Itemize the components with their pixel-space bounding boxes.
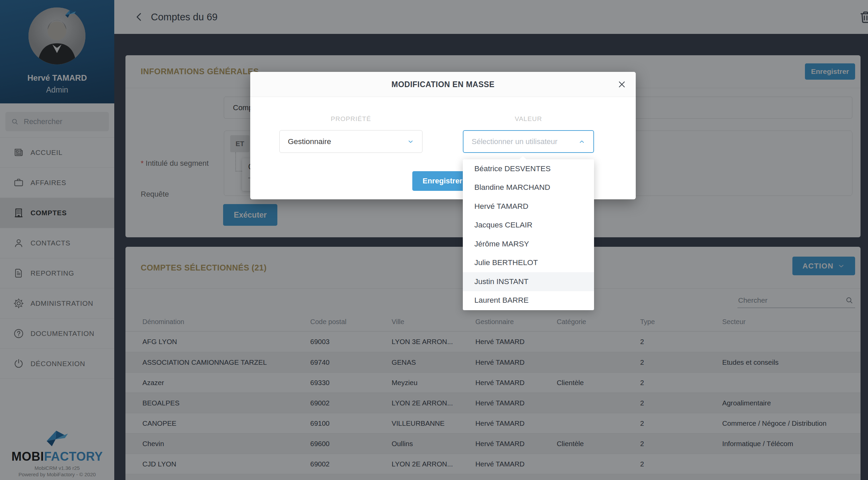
user-option[interactable]: Hervé TAMARD — [463, 197, 594, 216]
modal-header: MODIFICATION EN MASSE — [250, 72, 636, 97]
property-label: PROPRIÉTÉ — [279, 115, 422, 123]
user-option[interactable]: Julie BERTHELOT — [463, 254, 594, 273]
property-select[interactable]: Gestionnaire — [279, 130, 422, 153]
user-option[interactable]: Jérôme MARSY — [463, 235, 594, 254]
close-icon[interactable] — [617, 79, 627, 89]
user-option[interactable]: Laurent BARRE — [463, 291, 594, 310]
user-option[interactable]: Blandine MARCHAND — [463, 178, 594, 197]
dropdown-caret — [519, 156, 527, 160]
mobicrm-app: Hervé TAMARD Admin ACCUEIL AFFAIRES — [0, 0, 868, 480]
value-select[interactable]: Sélectionner un utilisateur — [463, 130, 594, 153]
chevron-down-icon — [407, 138, 414, 145]
value-label: VALEUR — [463, 115, 594, 123]
user-option[interactable]: Jacques CELAIR — [463, 216, 594, 235]
user-option[interactable]: Béatrice DESVENTES — [463, 159, 594, 178]
user-dropdown-list: Béatrice DESVENTESBlandine MARCHANDHervé… — [463, 159, 594, 310]
chevron-up-icon — [578, 138, 585, 145]
modal-title: MODIFICATION EN MASSE — [250, 72, 636, 97]
user-option[interactable]: Justin INSTANT — [463, 272, 594, 291]
